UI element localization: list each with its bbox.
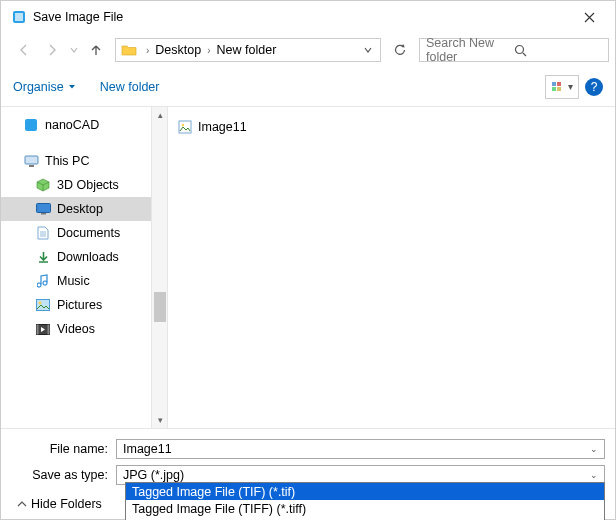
sidebar-scrollbar[interactable]: ▴ ▾ (151, 107, 167, 428)
folder-tree: nanoCAD This PC 3D Objects Desktop (1, 107, 151, 428)
close-button[interactable] (567, 1, 611, 33)
tree-videos[interactable]: Videos (1, 317, 151, 341)
toolbar: Organise New folder ▾ ? (1, 67, 615, 107)
svg-rect-3 (552, 82, 556, 86)
pc-icon (23, 153, 39, 169)
tree-downloads[interactable]: Downloads (1, 245, 151, 269)
file-name: Image11 (198, 120, 247, 134)
breadcrumb[interactable]: › Desktop › New folder (115, 38, 381, 62)
form-area: File name: Image11 ⌄ Save as type: JPG (… (1, 428, 615, 519)
body-area: nanoCAD This PC 3D Objects Desktop (1, 107, 615, 428)
filename-input[interactable]: Image11 ⌄ (116, 439, 605, 459)
svg-rect-5 (552, 87, 556, 91)
app-icon (11, 9, 27, 25)
tree-pictures[interactable]: Pictures (1, 293, 151, 317)
svg-rect-12 (37, 300, 50, 311)
svg-rect-15 (37, 324, 39, 334)
breadcrumb-seg-newfolder[interactable]: New folder (215, 43, 279, 57)
search-input[interactable]: Search New folder (419, 38, 609, 62)
svg-rect-11 (41, 213, 46, 215)
svg-rect-7 (25, 119, 37, 131)
chevron-right-icon: › (203, 45, 214, 56)
up-button[interactable] (83, 37, 109, 63)
documents-icon (35, 225, 51, 241)
chevron-right-icon: › (142, 45, 153, 56)
tree-nanocad[interactable]: nanoCAD (1, 113, 151, 137)
titlebar: Save Image File (1, 1, 615, 33)
save-dialog: Save Image File › Desktop › New folder (0, 0, 616, 520)
svg-point-13 (39, 302, 42, 305)
scroll-up-icon[interactable]: ▴ (152, 107, 168, 123)
chevron-down-icon[interactable]: ⌄ (590, 444, 598, 454)
help-button[interactable]: ? (585, 78, 603, 96)
pictures-icon (35, 297, 51, 313)
breadcrumb-dropdown[interactable] (360, 46, 376, 54)
search-placeholder: Search New folder (426, 36, 514, 64)
recent-dropdown[interactable] (67, 37, 81, 63)
forward-button[interactable] (39, 37, 65, 63)
sidebar: nanoCAD This PC 3D Objects Desktop (1, 107, 167, 428)
filename-label: File name: (11, 442, 116, 456)
svg-rect-10 (36, 204, 50, 213)
saveastype-label: Save as type: (11, 468, 116, 482)
svg-rect-16 (48, 324, 50, 334)
svg-point-18 (182, 124, 184, 126)
desktop-icon (35, 201, 51, 217)
image-file-icon (178, 120, 192, 134)
back-button[interactable] (11, 37, 37, 63)
scroll-thumb[interactable] (154, 292, 166, 322)
scroll-down-icon[interactable]: ▾ (152, 412, 168, 428)
svg-rect-1 (15, 13, 23, 21)
svg-rect-4 (557, 82, 561, 86)
type-option[interactable]: Tagged Image File (TIFF) (*.tiff) (126, 500, 604, 517)
file-item[interactable]: Image11 (178, 117, 605, 137)
chevron-down-icon[interactable]: ⌄ (590, 470, 598, 480)
tree-3dobjects[interactable]: 3D Objects (1, 173, 151, 197)
tree-documents[interactable]: Documents (1, 221, 151, 245)
nav-row: › Desktop › New folder Search New folder (1, 33, 615, 67)
new-folder-button[interactable]: New folder (100, 80, 160, 94)
tree-thispc[interactable]: This PC (1, 149, 151, 173)
downloads-icon (35, 249, 51, 265)
app-folder-icon (23, 117, 39, 133)
svg-rect-8 (25, 156, 38, 164)
window-title: Save Image File (33, 10, 123, 24)
svg-rect-17 (179, 121, 191, 133)
organise-menu[interactable]: Organise (13, 80, 76, 94)
view-options-button[interactable]: ▾ (545, 75, 579, 99)
svg-rect-6 (557, 87, 561, 91)
breadcrumb-seg-desktop[interactable]: Desktop (153, 43, 203, 57)
search-icon (514, 44, 602, 57)
videos-icon (35, 321, 51, 337)
music-icon (35, 273, 51, 289)
file-list[interactable]: Image11 (167, 107, 615, 428)
chevron-up-icon (17, 499, 27, 509)
svg-rect-9 (29, 165, 34, 167)
tree-music[interactable]: Music (1, 269, 151, 293)
refresh-button[interactable] (387, 37, 413, 63)
folder-icon (120, 41, 138, 59)
saveastype-dropdown[interactable]: Tagged Image File (TIF) (*.tif) Tagged I… (125, 482, 605, 520)
type-option[interactable]: Tagged Image File (TIF) (*.tif) (126, 483, 604, 500)
svg-point-2 (516, 45, 524, 53)
tree-desktop[interactable]: Desktop (1, 197, 151, 221)
3dobjects-icon (35, 177, 51, 193)
